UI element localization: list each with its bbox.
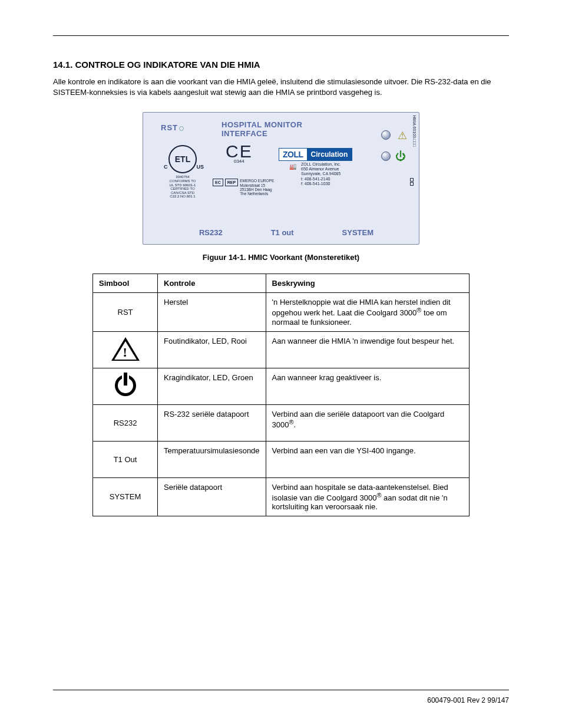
th-desc: Beskrywing bbox=[266, 274, 469, 293]
control-cell: Foutindikator, LED, Rooi bbox=[158, 331, 266, 368]
th-symbol: Simbool bbox=[93, 274, 158, 293]
symbol-cell: RST bbox=[93, 293, 158, 331]
label-t1out: T1 out bbox=[271, 228, 294, 237]
description-cell: Aan wanneer die HMIA 'n inwendige fout b… bbox=[266, 331, 469, 368]
warning-triangle-icon: ⚠ bbox=[398, 129, 407, 142]
table-row: RS232RS-232 seriële datapoortVerbind aan… bbox=[93, 404, 470, 441]
description-cell: Verbind aan die seriële datapoort van di… bbox=[266, 404, 469, 441]
hmi-title: HOSPITAL MONITOR INTERFACE bbox=[222, 121, 302, 138]
symbol-cell: ! bbox=[93, 331, 158, 368]
description-cell: 'n Herstelknoppie wat die HMIA kan herst… bbox=[266, 293, 469, 331]
hmi-title-line1: HOSPITAL MONITOR bbox=[222, 120, 302, 129]
fault-led bbox=[381, 130, 391, 140]
label-rs232: RS232 bbox=[199, 228, 223, 237]
zoll-logo: ZOLL Circulation bbox=[279, 148, 352, 161]
control-cell: RS-232 seriële datapoort bbox=[158, 404, 266, 441]
controls-table: Simbool Kontrole Beskrywing RSTHerstel'n… bbox=[92, 274, 470, 516]
symbol-cell: SYSTEM bbox=[93, 477, 158, 516]
hmi-title-line2: INTERFACE bbox=[222, 129, 267, 138]
power-led bbox=[381, 151, 391, 161]
panel-bottom-labels: RS232 T1 out SYSTEM bbox=[143, 228, 419, 237]
table-header-row: Simbool Kontrole Beskrywing bbox=[93, 274, 470, 293]
table-row: RSTHerstel'n Herstelknoppie wat die HMIA… bbox=[93, 293, 470, 331]
table-row: !Foutindikator, LED, RooiAan wanneer die… bbox=[93, 331, 470, 368]
th-control: Kontrole bbox=[158, 274, 266, 293]
description-cell: Verbind aan hospitale se data-aantekenst… bbox=[266, 477, 469, 516]
figure-hmi-panel: RST HOSPITAL MONITOR INTERFACE ⚠ ⏻ ETL C… bbox=[53, 112, 509, 245]
control-cell: Kragindikator, LED, Groen bbox=[158, 368, 266, 404]
section-heading: 14.1. CONTROLE OG INDIKATORE VAN DIE HMI… bbox=[53, 60, 509, 70]
pn-checkboxes bbox=[410, 177, 416, 186]
zoll-circulation-text: Circulation bbox=[307, 149, 352, 160]
page-footer: 600479-001 Rev 2 99/147 bbox=[53, 690, 509, 704]
intro-paragraph: Alle kontrole en indikatore is aan die v… bbox=[53, 77, 509, 98]
label-system: SYSTEM bbox=[342, 228, 373, 237]
rep-box: REP bbox=[225, 179, 238, 186]
zoll-brand-text: ZOLL bbox=[279, 149, 307, 160]
part-number-strip: HMIA 60103-□□□ bbox=[412, 116, 416, 147]
description-cell: Verbind aan een van die YSI-400 ingange. bbox=[266, 441, 469, 477]
ce-mark: CE 0344 bbox=[226, 144, 253, 164]
etl-text: 3040754 CONFORMS TO UL STD 60601-1 CERTI… bbox=[156, 175, 209, 199]
control-cell: Herstel bbox=[158, 293, 266, 331]
manufacturer-icon: 🏭 bbox=[289, 163, 296, 170]
etl-block: ETL C US 3040754 CONFORMS TO UL STD 6060… bbox=[156, 145, 209, 199]
figure-caption: Figuur 14-1. HMIC Voorkant (Monsteretike… bbox=[53, 253, 509, 262]
rst-text: RST bbox=[161, 123, 178, 132]
rst-hole-icon bbox=[179, 126, 184, 131]
etl-mark-icon: ETL C US bbox=[168, 145, 197, 173]
table-row: SYSTEMSeriële datapoortVerbind aan hospi… bbox=[93, 477, 470, 516]
zoll-address: ZOLL Circulation, Inc. 650 Almanor Avenu… bbox=[301, 162, 340, 186]
description-cell: Aan wanneer krag geaktiveer is. bbox=[266, 368, 469, 404]
ec-rep-block: EC REP EMERGO EUROPE Molenstraat 15 2513… bbox=[213, 179, 274, 196]
table-row: Kragindikator, LED, GroenAan wanneer kra… bbox=[93, 368, 470, 404]
table-row: T1 OutTemperatuursimulasiesondeVerbind a… bbox=[93, 441, 470, 477]
ce-icon: CE bbox=[226, 144, 253, 159]
symbol-cell: T1 Out bbox=[93, 441, 158, 477]
ec-rep-text: EMERGO EUROPE Molenstraat 15 2513BH Den … bbox=[240, 179, 274, 196]
hmi-panel-image: RST HOSPITAL MONITOR INTERFACE ⚠ ⏻ ETL C… bbox=[143, 112, 419, 245]
control-cell: Seriële datapoort bbox=[158, 477, 266, 516]
symbol-cell bbox=[93, 368, 158, 404]
control-cell: Temperatuursimulasiesonde bbox=[158, 441, 266, 477]
ec-box: EC bbox=[213, 179, 223, 186]
symbol-cell: RS232 bbox=[93, 404, 158, 441]
power-icon: ⏻ bbox=[395, 150, 406, 163]
warning-triangle-icon: ! bbox=[111, 337, 140, 361]
power-icon bbox=[115, 375, 136, 396]
hmi-rst-label: RST bbox=[161, 123, 184, 132]
